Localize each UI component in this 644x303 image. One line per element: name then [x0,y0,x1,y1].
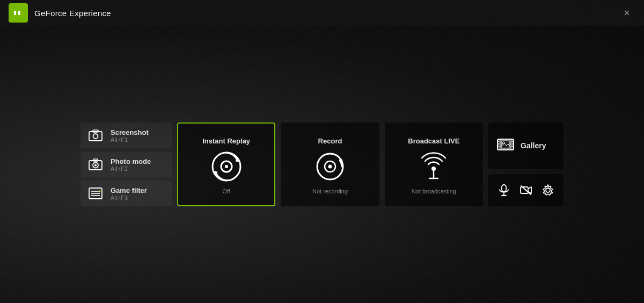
gallery-label: Gallery [521,141,546,150]
svg-point-19 [328,164,332,168]
record-card[interactable]: Record Not recording [281,122,379,206]
instant-replay-card[interactable]: Instant Replay [177,122,275,206]
photo-mode-icon [87,156,104,173]
svg-rect-31 [512,143,513,145]
svg-rect-29 [499,146,500,147]
close-button[interactable]: × [618,4,635,21]
record-title: Record [318,137,342,145]
screenshot-text: Screenshot Alt+F1 [111,128,149,143]
svg-point-40 [546,188,550,192]
camera-button[interactable] [516,181,536,200]
panel: Screenshot Alt+F1 Photo mod [80,122,564,206]
svg-rect-35 [502,185,506,192]
list-item-game-filter[interactable]: Game filter Alt+F3 [80,181,172,206]
svg-rect-1 [89,132,102,141]
photo-mode-shortcut: Alt+F2 [111,165,151,172]
svg-rect-30 [512,141,513,142]
instant-replay-icon [209,149,244,184]
record-icon [313,149,347,184]
main-content: Screenshot Alt+F1 Photo mod [0,26,644,303]
photo-mode-label: Photo mode [111,157,151,165]
right-panel: Gallery [488,122,564,206]
screenshot-shortcut: Alt+F1 [111,136,149,143]
titlebar: GeForce Experience × [0,0,644,26]
screenshot-icon [87,127,104,144]
nvidia-logo-icon [12,6,25,19]
list-item-screenshot[interactable]: Screenshot Alt+F1 [80,122,172,148]
nvidia-logo [9,3,28,23]
microphone-button[interactable] [494,181,514,200]
broadcast-status: Not broadcasting [412,188,456,194]
svg-rect-38 [521,187,528,193]
photo-mode-text: Photo mode Alt+F2 [111,157,151,172]
gallery-icon [497,137,514,155]
svg-point-6 [94,164,97,167]
settings-button[interactable] [538,181,558,200]
svg-rect-3 [93,130,98,132]
broadcast-icon [416,149,451,184]
game-filter-text: Game filter Alt+F3 [111,186,147,201]
left-list: Screenshot Alt+F1 Photo mod [80,122,172,206]
gallery-card[interactable]: Gallery [488,122,564,169]
cards-area: Instant Replay [177,122,483,206]
svg-point-14 [225,165,228,168]
game-filter-icon [87,185,104,202]
svg-rect-27 [499,141,500,142]
toolbar-card [488,174,564,206]
screenshot-label: Screenshot [111,128,149,136]
record-status: Not recording [312,188,348,194]
svg-rect-32 [512,146,513,147]
game-filter-label: Game filter [111,186,147,194]
app-window: GeForce Experience × Sc [0,0,644,303]
app-title: GeForce Experience [34,9,111,18]
titlebar-left: GeForce Experience [9,3,111,23]
svg-rect-28 [499,143,500,145]
broadcast-card[interactable]: Broadcast LIVE Not broadcasting [385,122,483,206]
svg-point-2 [93,134,98,139]
instant-replay-title: Instant Replay [202,137,250,145]
game-filter-shortcut: Alt+F3 [111,194,147,201]
svg-rect-7 [93,159,98,161]
instant-replay-status: Off [222,188,230,194]
broadcast-title: Broadcast LIVE [408,137,459,145]
list-item-photo-mode[interactable]: Photo mode Alt+F2 [80,152,172,177]
